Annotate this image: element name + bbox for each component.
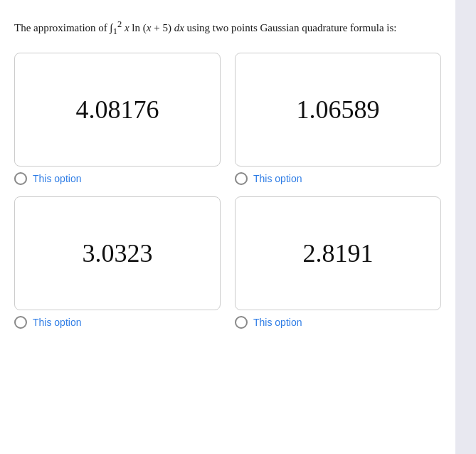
option-radio-row-d[interactable]: This option (235, 316, 441, 329)
answer-value-b: 1.06589 (297, 95, 380, 125)
option-label-b[interactable]: This option (253, 173, 302, 184)
option-block-a: 4.08176 This option (14, 53, 221, 185)
radio-a[interactable] (14, 172, 27, 185)
answer-value-c: 3.0323 (83, 238, 153, 268)
option-label-d[interactable]: This option (253, 317, 302, 328)
answer-box-a: 4.08176 (14, 53, 221, 167)
option-radio-row-b[interactable]: This option (235, 172, 441, 185)
option-block-b: 1.06589 This option (235, 53, 441, 185)
main-content: The approximation of ∫12 x ln (x + 5) dx… (0, 0, 455, 454)
radio-d[interactable] (235, 316, 248, 329)
option-radio-row-a[interactable]: This option (14, 172, 221, 185)
answer-box-b: 1.06589 (235, 53, 441, 167)
answer-value-a: 4.08176 (76, 95, 159, 125)
option-label-c[interactable]: This option (33, 317, 81, 328)
option-block-d: 2.8191 This option (235, 196, 441, 329)
answer-box-d: 2.8191 (235, 196, 441, 310)
options-grid: 4.08176 This option 1.06589 This option … (14, 53, 441, 329)
option-block-c: 3.0323 This option (14, 196, 221, 329)
question-text: The approximation of ∫12 x ln (x + 5) dx… (14, 17, 441, 38)
sidebar (455, 0, 476, 454)
answer-box-c: 3.0323 (14, 196, 221, 310)
radio-b[interactable] (235, 172, 248, 185)
radio-c[interactable] (14, 316, 27, 329)
option-label-a[interactable]: This option (33, 173, 81, 184)
answer-value-d: 2.8191 (303, 238, 374, 268)
integral-formula: ∫12 x ln (x + 5) dx (110, 22, 187, 33)
option-radio-row-c[interactable]: This option (14, 316, 221, 329)
